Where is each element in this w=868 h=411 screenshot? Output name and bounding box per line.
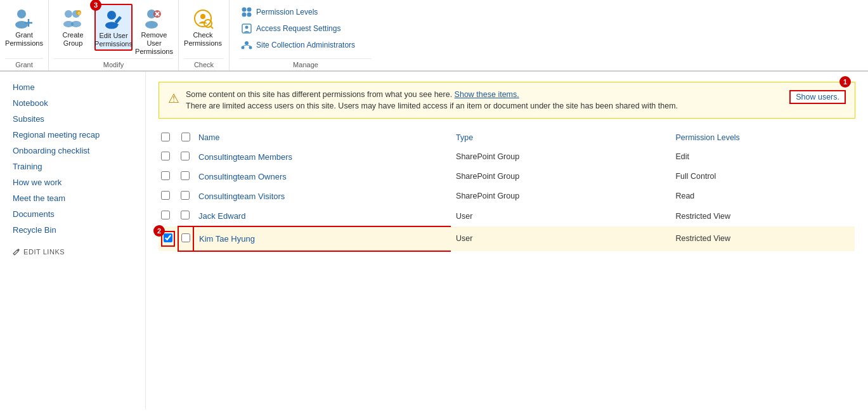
permission-levels-icon <box>241 6 252 18</box>
site-collection-admins-label: Site Collection Administrators <box>256 41 355 49</box>
name-column-header: Name <box>193 129 451 147</box>
kim-tae-hyung-type: User <box>451 226 670 251</box>
svg-point-20 <box>200 14 205 19</box>
notice-bar: ⚠ Some content on this site has differen… <box>159 82 855 119</box>
edit-user-icon <box>103 8 124 30</box>
sidebar-item-subsites[interactable]: Subsites <box>8 111 145 127</box>
svg-point-24 <box>247 8 252 12</box>
svg-point-30 <box>242 46 245 49</box>
sidebar-item-home[interactable]: Home <box>8 79 145 95</box>
grant-permissions-label: Grant Permissions <box>5 31 43 48</box>
svg-point-7 <box>71 21 81 27</box>
row-outer-checkbox-consultingteam-members[interactable] <box>161 152 170 160</box>
svg-line-32 <box>243 45 247 46</box>
table-row-kim-tae-hyung: 2 Kim Tae Hyung User Restricted View <box>159 226 855 251</box>
row-inner-checkbox-consultingteam-members[interactable] <box>181 152 190 160</box>
consultingteam-visitors-permission: Read <box>670 186 855 206</box>
grant-permissions-button[interactable]: Grant Permissions <box>5 4 43 49</box>
grant-icon <box>13 8 35 29</box>
row-outer-checkbox-consultingteam-owners[interactable] <box>161 171 170 180</box>
notice-badge-1: 1 <box>839 76 851 88</box>
consultingteam-members-permission: Edit <box>670 147 855 167</box>
access-request-settings-item[interactable]: Access Request Settings <box>240 20 372 37</box>
ribbon-group-modify: ⚙ Create Group 3 Edit User Pe <box>49 0 179 70</box>
notice-text-2: There are limited access users on this s… <box>186 101 678 110</box>
row-outer-checkbox-jack-edward[interactable] <box>161 211 170 219</box>
create-group-button[interactable]: ⚙ Create Group <box>54 4 92 49</box>
svg-line-22 <box>211 26 213 29</box>
svg-point-26 <box>247 13 252 17</box>
create-group-label: Create Group <box>62 31 83 48</box>
notice-text-block: Some content on this site has different … <box>186 90 783 110</box>
sidebar-item-notebook[interactable]: Notebook <box>8 95 145 111</box>
show-users-button[interactable]: Show users. <box>789 90 846 104</box>
notice-warning-icon: ⚠ <box>168 91 179 106</box>
row-inner-checkbox-jack-edward[interactable] <box>181 211 190 219</box>
content-area: ⚠ Some content on this site has differen… <box>146 72 868 410</box>
kim-row-badge-2: 2 <box>153 225 165 237</box>
ribbon-check-label: Check <box>184 58 224 70</box>
site-collection-admins-item[interactable]: Site Collection Administrators <box>240 37 372 53</box>
check-permissions-label: Check Permissions <box>184 31 222 48</box>
edit-links-label: EDIT LINKS <box>23 248 65 256</box>
svg-point-29 <box>245 41 249 45</box>
ribbon-grant-label: Grant <box>5 58 43 70</box>
row-inner-checkbox-kim-tae-hyung[interactable] <box>181 233 190 242</box>
permission-levels-label: Permission Levels <box>256 8 318 16</box>
svg-point-15 <box>145 21 158 29</box>
table-row: Consultingteam Owners SharePoint Group F… <box>159 167 855 186</box>
row-outer-checkbox-kim-tae-hyung[interactable] <box>164 233 172 242</box>
select-all-outer-checkbox[interactable] <box>161 133 170 141</box>
select-all-inner-checkbox[interactable] <box>181 133 190 141</box>
row-outer-checkbox-consultingteam-visitors[interactable] <box>161 191 170 200</box>
svg-text:⚙: ⚙ <box>77 11 81 15</box>
main-layout: Home Notebook Subsites Regional meeting … <box>0 72 868 410</box>
consultingteam-members-type: SharePoint Group <box>451 147 670 167</box>
ribbon-modify-label: Modify <box>54 58 173 70</box>
consultingteam-visitors-type: SharePoint Group <box>451 186 670 206</box>
jack-edward-permission: Restricted View <box>670 206 855 226</box>
row-inner-checkbox-consultingteam-visitors[interactable] <box>181 191 190 200</box>
consultingteam-owners-permission: Full Control <box>670 167 855 186</box>
svg-point-25 <box>242 13 247 17</box>
consultingteam-members-link[interactable]: Consultingteam Members <box>198 152 292 162</box>
sidebar: Home Notebook Subsites Regional meeting … <box>0 72 146 410</box>
type-column-header: Type <box>451 129 670 147</box>
create-group-icon: ⚙ <box>62 8 84 29</box>
access-request-label: Access Request Settings <box>256 24 340 33</box>
svg-point-28 <box>245 26 249 29</box>
sidebar-item-documents[interactable]: Documents <box>8 206 145 222</box>
ribbon: Grant Permissions Grant ⚙ <box>0 0 868 72</box>
notice-show-items-link[interactable]: Show these items. <box>455 90 519 99</box>
svg-line-33 <box>247 45 250 46</box>
notice-text-1: Some content on this site has different … <box>186 90 452 99</box>
edit-badge: 3 <box>90 0 101 11</box>
remove-user-icon <box>143 8 165 29</box>
kim-tae-hyung-link[interactable]: Kim Tae Hyung <box>199 234 255 244</box>
edit-links[interactable]: EDIT LINKS <box>8 238 145 256</box>
permission-levels-item[interactable]: Permission Levels <box>240 4 372 20</box>
sidebar-item-training[interactable]: Training <box>8 159 145 174</box>
jack-edward-type: User <box>451 206 670 226</box>
sidebar-item-how-we-work[interactable]: How we work <box>8 174 145 190</box>
sidebar-item-recycle-bin[interactable]: Recycle Bin <box>8 222 145 238</box>
consultingteam-owners-link[interactable]: Consultingteam Owners <box>198 172 287 181</box>
consultingteam-owners-type: SharePoint Group <box>451 167 670 186</box>
sidebar-item-onboarding[interactable]: Onboarding checklist <box>8 143 145 159</box>
kim-tae-hyung-permission: Restricted View <box>670 226 855 251</box>
check-permissions-icon <box>192 8 214 29</box>
remove-user-permissions-button[interactable]: Remove User Permissions <box>135 4 173 58</box>
edit-user-permissions-label: Edit User Permissions <box>94 32 133 48</box>
ribbon-group-grant: Grant Permissions Grant <box>0 0 49 70</box>
sidebar-item-regional-meeting[interactable]: Regional meeting recap <box>8 127 145 143</box>
remove-user-permissions-label: Remove User Permissions <box>135 31 173 56</box>
check-permissions-button[interactable]: Check Permissions <box>184 4 222 49</box>
edit-user-permissions-button[interactable]: 3 Edit User Permissions <box>94 4 133 51</box>
access-request-icon <box>241 23 252 34</box>
table-row: Consultingteam Members SharePoint Group … <box>159 147 855 167</box>
jack-edward-link[interactable]: Jack Edward <box>198 211 245 221</box>
consultingteam-visitors-link[interactable]: Consultingteam Visitors <box>198 192 285 201</box>
row-inner-checkbox-consultingteam-owners[interactable] <box>181 171 190 180</box>
sidebar-item-meet-the-team[interactable]: Meet the team <box>8 190 145 206</box>
svg-point-31 <box>249 46 252 49</box>
